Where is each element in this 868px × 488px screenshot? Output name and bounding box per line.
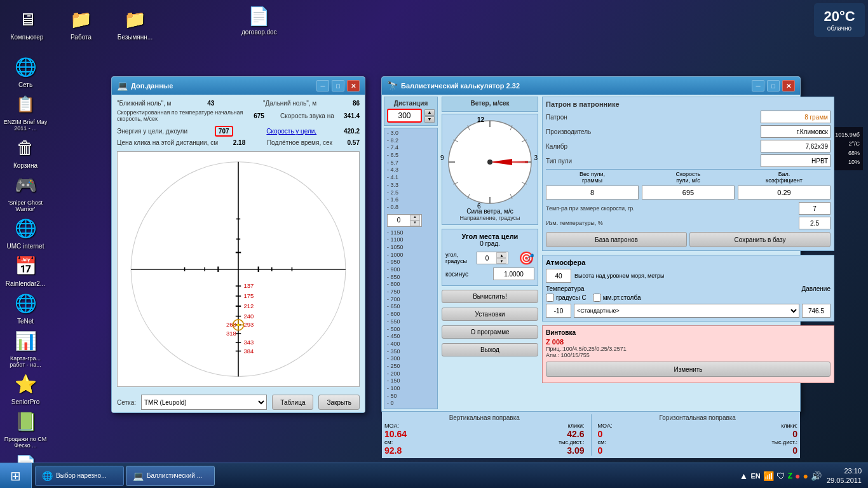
scale-item: - 850 <box>386 274 436 281</box>
dop-title-icon: 💻 <box>117 81 128 91</box>
svg-point-50 <box>487 159 492 165</box>
visota-input[interactable] <box>546 269 571 283</box>
tray-volume-icon[interactable]: 🔊 <box>811 471 822 481</box>
o-programme-btn[interactable]: О программе <box>442 325 538 339</box>
gradus-checkbox-label[interactable]: градусы С <box>546 294 587 302</box>
temperatura-input[interactable] <box>546 304 571 318</box>
bal-input[interactable] <box>738 186 831 200</box>
temp-label: Темп-ра при замере скорости, гр. <box>546 205 635 212</box>
patron-name-input[interactable] <box>761 111 831 123</box>
ustanovki-btn[interactable]: Установки <box>442 308 538 321</box>
taskbar-item-0[interactable]: 🌐 Выбор нарезно... <box>35 466 124 486</box>
dist-spinbox: ▲ ▼ <box>424 109 435 123</box>
tray-z-icon[interactable]: Z <box>788 471 792 480</box>
standart-select[interactable]: <Стандартные> <box>574 304 799 318</box>
davlenie-input[interactable] <box>802 304 831 318</box>
scale-item: - 300 <box>386 355 436 363</box>
tray-icon-orange[interactable]: ● <box>803 471 808 481</box>
ugol-down-btn[interactable]: ▼ <box>496 258 506 264</box>
enzim-icon: 📋 <box>13 92 38 117</box>
vichislit-btn[interactable]: Вычислить! <box>442 290 538 303</box>
sila-vetra-label: Сила ветра, м/с <box>466 208 513 215</box>
wind-up-btn[interactable]: ▲ <box>410 215 420 220</box>
vintovka-header: Винтовка <box>546 329 831 336</box>
dop-window-titlebar[interactable]: 💻 Доп.данные ─ □ ✕ <box>112 77 365 95</box>
set-icon: 🌐 <box>13 54 38 79</box>
horizontal-moa-row: MOA: клики: <box>598 423 798 429</box>
tray-network-icon[interactable]: 📶 <box>763 471 774 481</box>
kosinus-input[interactable] <box>493 268 534 280</box>
desktop-icon-karta[interactable]: 📊 Карта-гра... работ - на... <box>3 328 48 368</box>
v-kliki-value: 42.6 <box>567 429 584 439</box>
tenet-icon: 🌐 <box>13 290 38 316</box>
vihod-btn[interactable]: Выход <box>442 343 538 356</box>
tray-icon-red[interactable]: ● <box>795 471 800 481</box>
desktop-icon-rabota[interactable]: 📁 Работа <box>60 6 102 41</box>
desktop-icon-tenet[interactable]: 🌐 TeNet <box>3 290 48 325</box>
tablitsa-btn[interactable]: Таблица <box>272 395 313 410</box>
ugol-spinbox[interactable]: ▲ ▼ <box>477 252 508 264</box>
start-button[interactable]: ⊞ <box>0 463 32 488</box>
ballistic-minimize-btn[interactable]: ─ <box>752 80 764 92</box>
desktop-icon-seniorpro[interactable]: ⭐ SeniorPro <box>3 371 48 405</box>
gradus-checkbox[interactable] <box>546 294 554 302</box>
desktop-icon-rainlendar[interactable]: 📅 Rainlendar2... <box>3 253 48 287</box>
patron-caliber-input[interactable] <box>761 140 831 152</box>
tray-security-icon[interactable]: 🛡 <box>776 471 785 481</box>
mm-checkbox[interactable] <box>593 294 601 302</box>
speed-input[interactable] <box>642 186 735 200</box>
vertical-moa-values: 10.64 42.6 <box>384 429 585 439</box>
distancia-input[interactable] <box>387 109 422 123</box>
ballistic-titlebar[interactable]: 🔭 Баллистический калькулятор 2.32 ─ □ ✕ <box>382 77 800 95</box>
dop-close-btn[interactable]: ✕ <box>347 80 360 92</box>
ugol-input[interactable] <box>477 252 496 264</box>
izmenit-btn[interactable]: Изменить <box>546 362 831 377</box>
desktop-icon-enzim[interactable]: 📋 ENZIM Brief May 2011 - ... <box>3 92 48 132</box>
wind-down-btn[interactable]: ▼ <box>410 220 420 226</box>
tray-icon-0[interactable]: ▲ <box>740 471 749 481</box>
scale-item: - 3.3 <box>386 182 436 189</box>
desktop-icon-prodaji[interactable]: 📗 Продажи по СМ Феско ... <box>3 409 48 449</box>
dogovor-icon: 📄 <box>247 3 272 29</box>
skorost-celi-label[interactable]: Скорость у цели, <box>266 128 316 135</box>
temp-input[interactable] <box>799 202 831 215</box>
sohranit-btn[interactable]: Сохранить в базу <box>689 232 831 247</box>
desktop-icon-dogovor[interactable]: 📄 договор.doc <box>241 3 277 36</box>
patron-proizvoditel-input[interactable] <box>761 125 831 138</box>
wind-input[interactable] <box>388 215 410 226</box>
dop-maximize-btn[interactable]: □ <box>332 80 344 92</box>
dop-minimize-btn[interactable]: ─ <box>316 80 329 92</box>
scale-item: - 4.3 <box>386 166 436 174</box>
wind-spinbox[interactable]: ▲ ▼ <box>387 214 422 227</box>
ugol-up-btn[interactable]: ▲ <box>496 252 506 258</box>
desktop-icon-set[interactable]: 🌐 Сеть <box>3 54 48 88</box>
mm-checkbox-label[interactable]: мм.рт.столба <box>593 294 641 302</box>
desktop-icon-bezimyan[interactable]: 📁 Безымянн... <box>114 6 156 41</box>
izm-input[interactable] <box>799 217 831 229</box>
baza-btn[interactable]: База патронов <box>546 232 687 247</box>
setka-select[interactable]: TMR (Leupold) <box>141 395 267 410</box>
prodaji-icon: 📗 <box>13 409 38 434</box>
desktop-icon-umc[interactable]: 🌐 UMC internet <box>3 215 48 250</box>
ballistic-close-btn[interactable]: ✕ <box>782 80 795 92</box>
v-sm-label: см: <box>384 439 393 445</box>
taskbar-right: ▲ EN 📶 🛡 Z ● ● 🔊 23:10 29.05.2011 <box>733 466 868 485</box>
col-right: Патрон в патроннике Патрон Производитель… <box>540 95 836 411</box>
scale-item: - 1.6 <box>386 196 436 204</box>
scale-list[interactable]: - 3.0 - 8.2 - 7.4 - 6.5 - 5.7 - 4.3 - 4.… <box>384 128 438 409</box>
zakrit-btn[interactable]: Закрыть <box>318 395 360 410</box>
desktop-icon-sniper[interactable]: 🎮 'Sniper Ghost Warrior' <box>3 172 48 212</box>
desktop-icon-korzina[interactable]: 🗑 Корзина <box>3 135 48 169</box>
ballistic-maximize-btn[interactable]: □ <box>767 80 780 92</box>
patron-name-label: Патрон <box>546 114 590 121</box>
dist-up-btn[interactable]: ▲ <box>424 109 435 116</box>
bal-label: Бал.коэффициент <box>738 171 831 184</box>
komputer-icon: 🖥 <box>15 6 40 32</box>
taskbar-item-1[interactable]: 💻 Баллистический ... <box>126 466 215 486</box>
desktop-icon-komputer[interactable]: 🖥 Компьютер <box>6 6 48 41</box>
dist-down-btn[interactable]: ▼ <box>424 116 435 123</box>
wind-spin-btns: ▲ ▼ <box>410 215 420 226</box>
rainlendar-icon: 📅 <box>13 253 38 278</box>
patron-tip-input[interactable] <box>761 154 831 167</box>
ves-input[interactable] <box>546 186 639 200</box>
